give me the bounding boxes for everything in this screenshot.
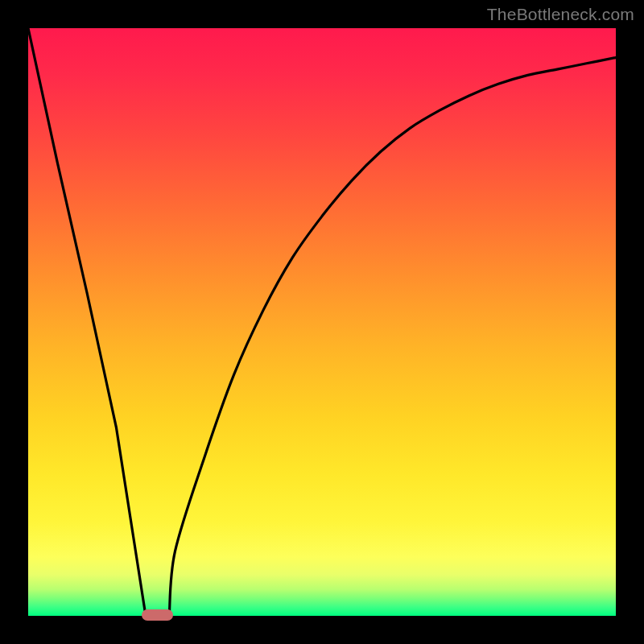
chart-frame: TheBottleneck.com [0,0,644,644]
bottleneck-curve [28,28,616,616]
plot-area [28,28,616,616]
trough-marker [142,609,173,621]
curve-path [28,28,616,616]
watermark-text: TheBottleneck.com [487,5,634,24]
